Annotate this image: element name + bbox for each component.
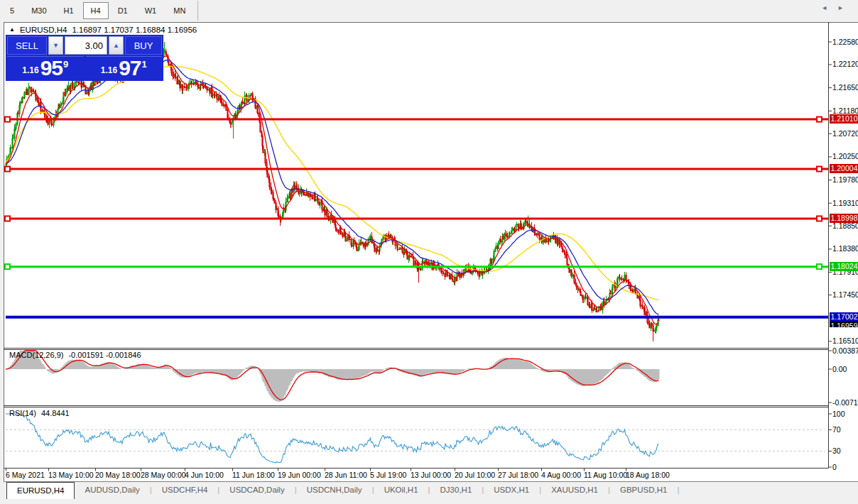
- tab-scroll-arrows: ◄►: [821, 4, 854, 11]
- macd-pane-label: MACD(12,26,9) -0.001591 -0.001846: [9, 351, 141, 359]
- macd-axis-tick: 0.00: [832, 365, 847, 373]
- price-axis-tick: 1.17450: [832, 290, 858, 299]
- rsi-axis-tick: 30: [832, 447, 841, 455]
- toolbar-timeframe-m30[interactable]: M30: [23, 2, 54, 19]
- macd-axis-tick: -0.007195: [832, 398, 858, 407]
- price-axis-tick: 1.21180: [832, 106, 858, 115]
- tab-eurusd-h4[interactable]: EURUSD,H4: [6, 482, 75, 499]
- tab-ukoil-h1[interactable]: UKOil,H1: [374, 482, 428, 499]
- toolbar-timeframe-h1[interactable]: H1: [56, 2, 82, 19]
- chart-header: ▲ EURUSD,H4 1.16897 1.17037 1.16884 1.16…: [9, 26, 197, 34]
- time-axis-tick: 13 Jul 00:00: [411, 471, 451, 479]
- chart-ohlc-values: 1.16897 1.17037 1.16884 1.16956: [72, 26, 197, 34]
- toolbar-timeframe-5[interactable]: 5: [2, 2, 22, 19]
- toolbar-timeframe-w1[interactable]: W1: [137, 2, 165, 19]
- time-axis-tick: 13 May 10:00: [48, 471, 94, 479]
- tab-scroll-left-icon[interactable]: ◄: [821, 4, 837, 11]
- toolbar-timeframe-d1[interactable]: D1: [110, 2, 136, 19]
- chart-symbol-label: EURUSD,H4: [20, 26, 67, 34]
- time-axis-tick: 6 May 2021: [6, 471, 45, 479]
- one-click-trade-panel: SELL ▼ ▲ BUY 1.16 95 9 1.16 97 1: [6, 35, 163, 81]
- collapse-triangle-icon[interactable]: ▲: [9, 26, 15, 33]
- price-axis-tick: 1.22120: [832, 60, 858, 68]
- sell-price-big: 95: [40, 58, 63, 78]
- volume-increase-button[interactable]: ▲: [109, 36, 124, 55]
- tab-scroll-right-icon[interactable]: ►: [837, 4, 854, 11]
- time-axis-tick: 11 Jun 18:00: [232, 471, 275, 479]
- rsi-indicator-name: RSI(14): [9, 409, 36, 417]
- price-axis-tick: 1.21650: [832, 83, 858, 92]
- tab-separator: |: [677, 482, 679, 499]
- rsi-axis-tick: 0: [832, 463, 837, 471]
- price-axis-tick: 1.20250: [832, 152, 858, 160]
- chart-canvas[interactable]: 1.225801.221201.216501.211801.207201.202…: [0, 22, 858, 481]
- macd-indicator-name: MACD(12,26,9): [9, 351, 63, 359]
- hline-price-label: 1.18024: [830, 262, 858, 271]
- tab-audusd-daily[interactable]: AUDUSD,Daily: [75, 482, 149, 499]
- buy-price-sup: 1: [142, 59, 147, 70]
- sell-button[interactable]: SELL: [7, 36, 47, 55]
- hline-price-label: 1.18998: [830, 214, 858, 223]
- macd-indicator-values: -0.001591 -0.001846: [68, 351, 141, 359]
- timeframe-toolbar: 5M30H1H4D1W1MN: [0, 0, 858, 21]
- time-axis-tick: 28 Jun 11:00: [325, 471, 367, 479]
- time-axis-tick: 20 Jul 10:00: [455, 471, 495, 479]
- time-axis-tick: 28 May 00:00: [141, 471, 186, 479]
- price-axis-tick: 1.19310: [832, 199, 858, 207]
- tab-usdcad-daily[interactable]: USDCAD,Daily: [219, 482, 294, 499]
- time-axis-tick: 18 Aug 18:00: [626, 471, 670, 479]
- rsi-axis-tick: 100: [832, 410, 845, 418]
- time-axis-tick: 11 Aug 10:00: [584, 471, 627, 479]
- tab-usdchf-h4[interactable]: USDCHF,H4: [152, 482, 218, 499]
- hline-price-label: 1.17002: [830, 312, 858, 322]
- price-axis-tick: 1.19780: [832, 175, 858, 184]
- toolbar-separator: [197, 1, 198, 21]
- price-axis-tick: 1.18380: [832, 244, 858, 253]
- macd-axis-tick: 0.003873: [832, 346, 858, 355]
- price-axis-tick: 1.16510: [832, 336, 858, 345]
- volume-input[interactable]: [65, 36, 107, 55]
- rsi-axis-tick: 70: [832, 425, 841, 434]
- time-axis-tick: 27 Jul 18:00: [498, 471, 538, 479]
- sell-price-prefix: 1.16: [22, 65, 38, 75]
- tab-gbpusd-h1[interactable]: GBPUSD,H1: [610, 482, 677, 499]
- buy-price-prefix: 1.16: [101, 65, 117, 75]
- time-axis-tick: 5 Jul 19:00: [370, 471, 407, 479]
- current-price-label: 1.16959: [830, 322, 858, 327]
- time-axis-tick: 20 May 18:00: [95, 471, 141, 479]
- rsi-indicator-value: 44.8441: [41, 409, 70, 417]
- buy-price-big: 97: [119, 58, 141, 78]
- price-axis-tick: 1.22580: [832, 38, 858, 46]
- price-axis-tick: 1.20720: [832, 129, 858, 138]
- sell-price-box[interactable]: 1.16 95 9: [7, 56, 84, 80]
- rsi-pane-label: RSI(14) 44.8441: [9, 409, 70, 417]
- hline-price-label: 1.21010: [830, 114, 858, 124]
- tab-dj30-h1[interactable]: DJ30,H1: [430, 482, 482, 499]
- toolbar-timeframe-mn[interactable]: MN: [165, 2, 193, 19]
- tab-xauusd-h1[interactable]: XAUUSD,H1: [541, 482, 608, 499]
- buy-price-box[interactable]: 1.16 97 1: [86, 56, 163, 80]
- tab-usdcnh-daily[interactable]: USDCNH,Daily: [297, 482, 372, 499]
- toolbar-timeframe-h4[interactable]: H4: [83, 2, 109, 19]
- tab-usdx-h1[interactable]: USDX,H1: [484, 482, 539, 499]
- volume-decrease-button[interactable]: ▼: [48, 36, 63, 55]
- buy-button[interactable]: BUY: [125, 36, 162, 55]
- symbol-tab-bar: EURUSD,H4AUDUSD,Daily|USDCHF,H4|USDCAD,D…: [4, 481, 858, 499]
- time-axis-tick: 19 Jun 00:00: [278, 471, 321, 479]
- sell-price-sup: 9: [63, 59, 68, 70]
- time-axis-tick: 4 Jun 10:00: [185, 471, 224, 479]
- hline-price-label: 1.20004: [830, 164, 858, 173]
- time-axis-tick: 4 Aug 00:00: [541, 471, 581, 479]
